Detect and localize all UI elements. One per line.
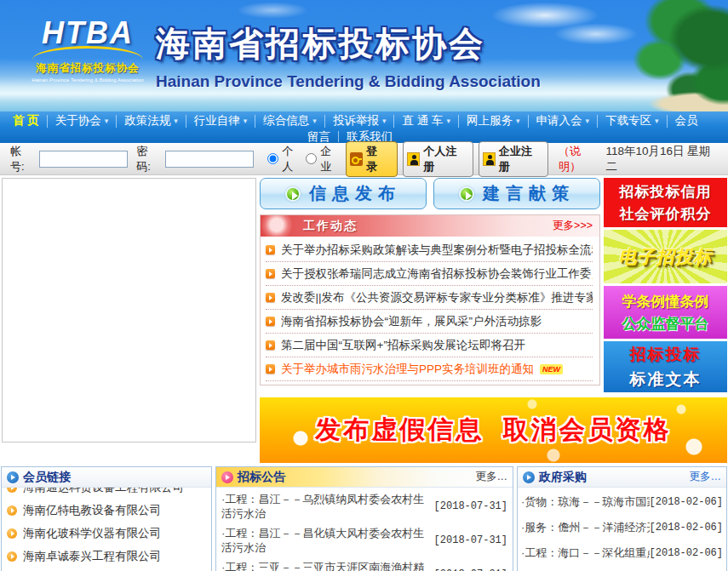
main-top-row: 信息发布 建言献策 工作动态 更多>>> (260, 178, 727, 392)
tender-item[interactable]: ·工程：昌江－－昌化镇大风村委会农村生活污水治 [2018-07-31] (220, 523, 509, 557)
tenders-more-link[interactable]: 更多… (476, 470, 508, 484)
news-item[interactable]: 第二届中国“互联网+”招标采购发展论坛即将召开 (266, 334, 593, 357)
radio-enterprise[interactable] (306, 153, 317, 164)
gov-more-link[interactable]: 更多… (690, 470, 722, 484)
gov-item[interactable]: ·货物：海口－－总氮、总磷在 [2017-12-27] (521, 566, 723, 571)
false-information-warning-banner[interactable]: 发布虚假信息 取消会员资格 (260, 397, 727, 463)
banner-line: 招标投标 (604, 344, 727, 366)
nav-item-home[interactable]: 首 页 (5, 115, 48, 128)
chevron-down-icon: ▾ (516, 117, 520, 125)
gov-item-title: ·服务：儋州－－洋浦经济开发 (521, 520, 650, 535)
arrow-bullet-icon (7, 528, 17, 539)
member-link-label: 海南化玻科学仪器有限公司 (23, 526, 161, 541)
radio-enterprise-label: 企业 (320, 144, 341, 174)
personal-register-label: 个人注册 (423, 144, 465, 174)
credit-score-banner[interactable]: 招标投标信用 社会评价积分 (604, 178, 727, 227)
nav-item-member-messages-part1[interactable]: 会员 (668, 115, 706, 128)
nav-item-about[interactable]: 关于协会▾ (48, 115, 118, 128)
radio-personal[interactable] (267, 153, 278, 164)
tender-announcements-title: 招标公告 (238, 470, 285, 485)
radio-personal-label: 个人 (282, 144, 302, 174)
account-input[interactable] (39, 151, 128, 168)
e-tendering-banner[interactable]: 电子招投标 (604, 230, 727, 283)
member-link-item[interactable]: 海南卓诚泰兴工程有限公司 (7, 545, 206, 568)
news-item[interactable]: 海南省招标投标协会“迎新年，展风采”户外活动掠影 (266, 310, 593, 334)
nav-label: 行业自律 (194, 113, 240, 128)
account-label: 帐号: (10, 144, 34, 174)
main-navigation: 首 页 关于协会▾ 政策法规▾ 行业自律▾ 综合信息▾ 投诉举报▾ 直 通 车▾… (0, 111, 728, 143)
news-item[interactable]: 关于举办招标采购政策解读与典型案例分析暨电子招投标全流程操作 (266, 238, 593, 262)
nav-item-self-discipline[interactable]: 行业自律▾ (186, 115, 256, 128)
work-news-more-link[interactable]: 更多>>> (553, 219, 593, 233)
banner-line: 电子招投标 (604, 245, 727, 269)
nav-label: 首 页 (13, 113, 39, 128)
arrow-bullet-icon (266, 245, 275, 254)
arrow-bullet-icon (266, 340, 275, 350)
tender-announcements-panel: 招标公告 更多… ·工程：昌江－－乌烈镇纳凤村委会农村生活污水治 [2018-0… (215, 466, 513, 571)
public-supervision-banner[interactable]: 学条例懂条例 公众监督平台 (604, 286, 727, 339)
nav-item-online-services[interactable]: 网上服务▾ (459, 115, 529, 128)
standard-documents-banner[interactable]: 招标投标 标准文本 (604, 341, 727, 392)
note-link[interactable]: （说明） (559, 144, 600, 174)
news-item-new[interactable]: 关于举办城市雨污水治理与PPP实务培训班的通知 NEW (266, 357, 593, 381)
tender-item[interactable]: ·工程：昌江－－乌烈镇纳凤村委会农村生活污水治 [2018-07-31] (220, 489, 509, 523)
password-input[interactable] (165, 151, 254, 168)
new-badge: NEW (540, 364, 563, 374)
nav-item-member-messages-part2[interactable]: 留言 (300, 131, 339, 142)
work-news-panel: 工作动态 更多>>> 关于举办招标采购政策解读与典型案例分析暨电子招投标全流程操… (260, 214, 600, 385)
work-news-title: 工作动态 (303, 219, 358, 234)
login-button[interactable]: 登 录 (346, 141, 398, 177)
nav-item-complaints[interactable]: 投诉举报▾ (325, 115, 395, 128)
chevron-down-icon: ▾ (446, 117, 450, 125)
nav-item-info[interactable]: 综合信息▾ (255, 115, 325, 128)
tender-item[interactable]: ·工程：三亚－－三亚市天涯区南海渔村精品街区改 [2018-07-31] (220, 557, 509, 571)
login-button-label: 登 录 (366, 144, 390, 174)
nav-item-policies[interactable]: 政策法规▾ (117, 115, 186, 128)
logo-acronym: HTBA (24, 17, 152, 49)
tenders-list: ·工程：昌江－－乌烈镇纳凤村委会农村生活污水治 [2018-07-31] ·工程… (216, 488, 513, 571)
info-release-label: 信息发布 (309, 182, 401, 205)
tender-item-title: ·工程：昌江－－乌烈镇纳凤村委会农村生活污水治 (221, 492, 431, 521)
arrow-bullet-icon (266, 364, 275, 374)
banner-line: 公众监督平台 (604, 314, 727, 334)
member-link-item[interactable]: 海南省水利水电建筑安装公司 (7, 568, 206, 571)
nav-item-express[interactable]: 直 通 车▾ (394, 115, 459, 128)
chevron-down-icon: ▾ (312, 117, 317, 125)
nav-label: 会员 (675, 113, 698, 128)
info-release-button[interactable]: 信息发布 (260, 178, 427, 209)
news-item[interactable]: 关于授权张希瑞同志成立海南省招标投标协会装饰行业工作委员会的 (266, 262, 593, 286)
logo-english-name: Hainan Province Tendering & Bidding Asso… (24, 77, 152, 83)
circle-arrow-icon (7, 471, 19, 483)
arrow-bullet-icon (7, 551, 17, 562)
main-right-area: 信息发布 建言献策 工作动态 更多>>> (260, 178, 727, 463)
member-link-item[interactable]: 海南通达科贸设备工程有限公司 (7, 488, 206, 499)
gov-item[interactable]: ·工程：海口－－深化组重点改 [2018-02-06] (521, 540, 723, 566)
palm-trees-image (532, 0, 728, 111)
nav-label: 投诉举报 (333, 113, 379, 128)
nav-item-downloads[interactable]: 下载专区▾ (598, 115, 668, 128)
gov-item-date: [2018-02-06] (650, 547, 723, 559)
play-icon (285, 186, 301, 202)
personal-register-button[interactable]: 个人注册 (403, 141, 473, 177)
nav-item-membership-application[interactable]: 申请入会▾ (529, 115, 599, 128)
member-link-item[interactable]: 海南化玻科学仪器有限公司 (7, 522, 206, 545)
news-item[interactable]: 发改委||发布《公共资源交易评标专家专业分类标准》推进专家全 (266, 286, 593, 310)
site-logo: HTBA 海南省招标投标协会 Hainan Province Tendering… (24, 17, 152, 83)
person-icon (483, 152, 496, 166)
news-item-title: 关于举办招标采购政策解读与典型案例分析暨电子招投标全流程操作 (281, 243, 593, 258)
site-title-english: Hainan Province Tendering & Bidding Asso… (156, 72, 522, 91)
member-link-item[interactable]: 海南亿特电教设备有限公司 (7, 499, 206, 522)
nav-label: 留言 (307, 129, 330, 145)
news-item-title: 海南省招标投标协会“迎新年，展风采”户外活动掠影 (281, 314, 542, 329)
gov-item[interactable]: ·服务：儋州－－洋浦经济开发 [2018-02-06] (521, 515, 723, 540)
news-column: 信息发布 建言献策 工作动态 更多>>> (260, 178, 600, 392)
government-procurement-header: 政府采购 更多… (518, 467, 726, 488)
member-link-label: 海南通达科贸设备工程有限公司 (23, 488, 184, 495)
banner-line: 招标投标信用 (604, 182, 727, 202)
gov-item[interactable]: ·货物：琼海－－琼海市国家基 [2018-02-06] (521, 489, 723, 515)
banner-line: 社会评价积分 (604, 204, 727, 224)
enterprise-register-button[interactable]: 企业注册 (479, 141, 548, 177)
government-procurement-panel: 政府采购 更多… ·货物：琼海－－琼海市国家基 [2018-02-06] ·服务… (517, 466, 727, 571)
member-links-header: 会员链接 (2, 467, 211, 488)
suggestions-button[interactable]: 建言献策 (433, 178, 600, 209)
